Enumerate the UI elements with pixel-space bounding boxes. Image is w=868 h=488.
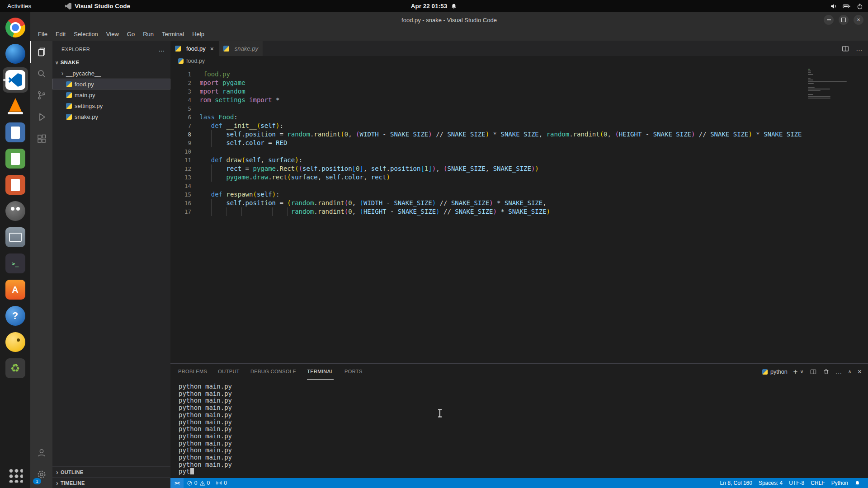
- menu-selection[interactable]: Selection: [70, 29, 102, 39]
- line-number[interactable]: 3: [170, 87, 191, 96]
- code-line[interactable]: import pygame: [200, 79, 863, 87]
- problems-indicator[interactable]: 0 0: [184, 478, 213, 488]
- vlc-icon[interactable]: [3, 94, 28, 119]
- vscode-icon[interactable]: [3, 67, 28, 93]
- run-and-debug-view-icon[interactable]: [30, 106, 52, 128]
- project-root-snake[interactable]: ∨ SNAKE: [52, 57, 170, 68]
- menu-run[interactable]: Run: [139, 29, 158, 39]
- explorer-view-icon[interactable]: [30, 41, 52, 63]
- language-mode[interactable]: Python: [828, 478, 851, 488]
- code-line[interactable]: from settings import *: [200, 96, 863, 104]
- panel-tab-terminal[interactable]: TERMINAL: [307, 364, 334, 380]
- code-line[interactable]: self.position = random.randint(0, (WIDTH…: [200, 130, 863, 139]
- focused-app-indicator[interactable]: Visual Studio Code: [65, 3, 130, 9]
- editor-more-actions[interactable]: …: [856, 45, 863, 52]
- code-line[interactable]: def __init__(self):: [200, 122, 863, 130]
- code-line[interactable]: self.color = RED: [200, 139, 863, 147]
- code-line[interactable]: [200, 147, 863, 156]
- eol-indicator[interactable]: CRLF: [807, 478, 828, 488]
- split-editor-icon[interactable]: [841, 45, 849, 53]
- maximize-button[interactable]: [839, 15, 849, 25]
- menu-file[interactable]: File: [34, 29, 52, 39]
- maximize-panel-icon[interactable]: ∧: [848, 369, 852, 375]
- line-number[interactable]: 15: [170, 190, 191, 199]
- source-control-view-icon[interactable]: [30, 84, 52, 106]
- editor-surface[interactable]: 1234567891011121314151617 # food.pyimpor…: [170, 66, 868, 363]
- ports-indicator[interactable]: 0: [213, 478, 230, 488]
- line-number[interactable]: 7: [170, 122, 191, 130]
- remote-indicator[interactable]: ><: [170, 478, 184, 488]
- extensions-view-icon[interactable]: [30, 128, 52, 150]
- tree-item-settings-py[interactable]: settings.py: [52, 100, 170, 111]
- minimize-button[interactable]: [824, 15, 834, 25]
- minimap[interactable]: [808, 69, 848, 99]
- accounts-icon[interactable]: [30, 442, 52, 464]
- panel-tab-output[interactable]: OUTPUT: [218, 364, 240, 380]
- line-number[interactable]: 17: [170, 207, 191, 216]
- new-terminal-button[interactable]: +: [793, 367, 798, 376]
- close-button[interactable]: ×: [854, 15, 863, 25]
- help-icon[interactable]: [3, 303, 28, 328]
- code-line[interactable]: [200, 182, 863, 190]
- calc-icon[interactable]: [3, 146, 28, 171]
- clock-menu[interactable]: Apr 22 01:53: [411, 0, 457, 12]
- system-status-menu[interactable]: [830, 0, 863, 12]
- line-number[interactable]: 2: [170, 79, 191, 87]
- code-line[interactable]: def respawn(self):: [200, 190, 863, 199]
- settings-gear-icon[interactable]: 1: [30, 464, 52, 485]
- show-applications-icon[interactable]: [8, 468, 23, 483]
- line-number[interactable]: 11: [170, 156, 191, 164]
- kill-terminal-icon[interactable]: [823, 368, 830, 375]
- terminal-output[interactable]: python main.pypython main.pypython main.…: [170, 380, 868, 478]
- line-number[interactable]: 9: [170, 139, 191, 147]
- panel-more-actions-icon[interactable]: …: [835, 368, 842, 375]
- tree-item--pycache-[interactable]: ›__pycache__: [52, 68, 170, 79]
- files-icon[interactable]: [3, 225, 28, 250]
- code-line[interactable]: pygame.draw.rect(surface, self.color, re…: [200, 173, 863, 182]
- impress-icon[interactable]: [3, 172, 28, 197]
- section-timeline[interactable]: ›TIMELINE: [52, 477, 170, 488]
- editor-tab-snake-py[interactable]: snake.py: [219, 41, 263, 56]
- indentation-indicator[interactable]: Spaces: 4: [755, 478, 786, 488]
- close-tab-icon[interactable]: ×: [210, 45, 214, 52]
- game-icon[interactable]: [3, 329, 28, 355]
- line-number[interactable]: 5: [170, 104, 191, 113]
- line-number[interactable]: 6: [170, 113, 191, 122]
- section-outline[interactable]: ›OUTLINE: [52, 466, 170, 477]
- code-line[interactable]: self.position = (random.randint(0, (WIDT…: [200, 199, 863, 207]
- activities-button[interactable]: Activities: [0, 0, 38, 12]
- split-terminal-icon[interactable]: [810, 368, 817, 375]
- code-line[interactable]: class Food:: [200, 113, 863, 122]
- notifications-bell[interactable]: [851, 478, 863, 488]
- menu-view[interactable]: View: [102, 29, 123, 39]
- explorer-more-actions[interactable]: …: [159, 46, 165, 53]
- terminal-profile-dropdown-icon[interactable]: ∨: [800, 369, 804, 375]
- code-line[interactable]: random.randint(0, (HEIGHT - SNAKE_SIZE) …: [200, 207, 863, 216]
- panel-tab-ports[interactable]: PORTS: [344, 364, 363, 380]
- line-number[interactable]: 12: [170, 164, 191, 173]
- software-icon[interactable]: [3, 277, 28, 302]
- line-number[interactable]: 8: [170, 130, 191, 139]
- tree-item-food-py[interactable]: food.py: [52, 79, 170, 89]
- line-number[interactable]: 10: [170, 147, 191, 156]
- panel-tab-problems[interactable]: PROBLEMS: [178, 364, 207, 380]
- gimp-icon[interactable]: [3, 198, 28, 224]
- menu-go[interactable]: Go: [123, 29, 139, 39]
- code-line[interactable]: rect = pygame.Rect((self.position[0], se…: [200, 164, 863, 173]
- menu-terminal[interactable]: Terminal: [158, 29, 188, 39]
- tree-item-snake-py[interactable]: snake.py: [52, 111, 170, 122]
- line-number[interactable]: 16: [170, 199, 191, 207]
- terminal-icon[interactable]: [3, 251, 28, 276]
- title-bar[interactable]: food.py - snake - Visual Studio Code ×: [30, 12, 868, 28]
- code-line[interactable]: [200, 104, 863, 113]
- code-line[interactable]: import random: [200, 87, 863, 96]
- menu-edit[interactable]: Edit: [52, 29, 70, 39]
- chrome-icon[interactable]: [3, 15, 28, 40]
- line-number[interactable]: 14: [170, 182, 191, 190]
- panel-tab-debug-console[interactable]: DEBUG CONSOLE: [250, 364, 296, 380]
- code-line[interactable]: # food.py: [200, 70, 863, 79]
- cursor-position[interactable]: Ln 8, Col 160: [717, 478, 755, 488]
- tree-item-main-py[interactable]: main.py: [52, 89, 170, 100]
- line-number[interactable]: 1: [170, 70, 191, 79]
- terminal-profile[interactable]: python: [762, 369, 788, 375]
